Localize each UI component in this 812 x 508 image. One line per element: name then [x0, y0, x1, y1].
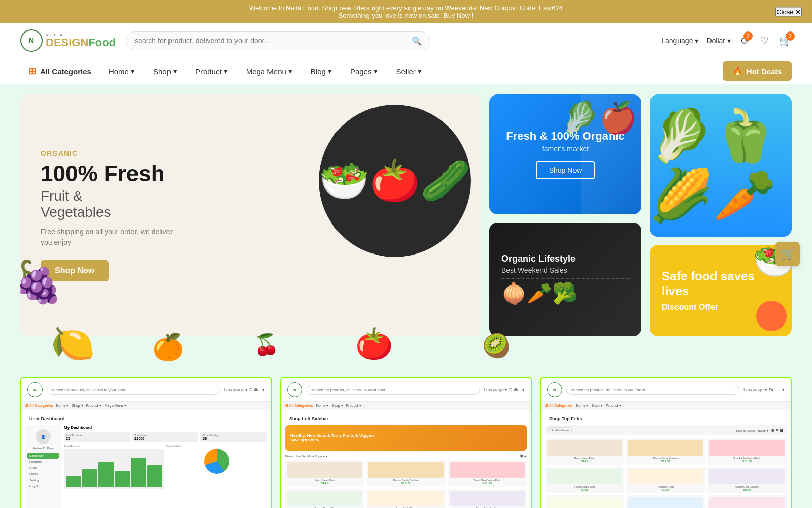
header-actions: Language ▾ Dollar ▾ ⟳ 2 ♡ 🛒 2	[661, 35, 792, 47]
hero-far-right: 🥬🫑🌽🥕 Safe food saves lives Discount Offe…	[650, 94, 792, 336]
preview-header-1: N Language ▾ Dollar ▾	[21, 378, 271, 402]
product-img-3	[450, 462, 525, 478]
preview-card-shop: N Language ▾ Dollar ▾ ⊞ All Categories H…	[280, 377, 532, 508]
preview-sidebar-logout: Log Out	[27, 483, 59, 489]
filter-btn: ▼ Filter Items	[548, 427, 572, 433]
product-price-10: $9.80	[547, 488, 622, 491]
search-input[interactable]	[134, 37, 412, 45]
list-item: SnackAble Combo Pack $11.25	[707, 438, 787, 465]
hero-shop-now-button[interactable]: Shop Now	[41, 260, 109, 281]
preview-home-1: Home ▾	[56, 404, 69, 408]
refresh-badge: 2	[743, 31, 753, 41]
preview-logo-2: N	[287, 382, 302, 397]
product-img-10	[547, 469, 622, 484]
hero-tag: ORGANIC	[41, 149, 461, 157]
preview-home-3: Home ▾	[576, 404, 589, 408]
preview-avatar: 👤	[36, 429, 51, 444]
chevron-down-icon: ▾	[328, 67, 332, 76]
product-img-8	[628, 440, 703, 456]
nav-item-pages[interactable]: Pages ▾	[341, 59, 387, 83]
hot-deals-button[interactable]: 🔥 Hot Deals	[723, 61, 792, 81]
announcement-text: Welcome to Netta Food. Shop new offers r…	[249, 4, 563, 12]
preview-section-label-1: User Dashboard	[25, 414, 267, 423]
preview-username: Joshua D. Bass	[27, 447, 59, 450]
preview-nav-1: ⊞ All Categories Home ▾ Shop ▾ Product ▾…	[21, 402, 271, 410]
product-price-2: $12.32	[368, 482, 444, 485]
dark-card-subtitle: Best Weekend Sales	[501, 266, 629, 274]
list-item: Butter Cookies $12.32	[626, 495, 705, 508]
refresh-button[interactable]: ⟳ 2	[741, 35, 750, 47]
fire-icon: 🔥	[733, 67, 742, 76]
preview-search-3[interactable]	[566, 385, 739, 395]
chevron-down-icon: ▾	[131, 67, 135, 76]
chevron-down-icon: ▾	[224, 67, 228, 76]
preview-sidebar-order: Order	[27, 465, 59, 471]
floating-cart-button[interactable]: 🛒	[775, 242, 800, 266]
preview-chart-bars	[64, 449, 164, 489]
nav-item-home[interactable]: Home ▾	[99, 59, 144, 83]
preview-shop-3: Shop ▾	[591, 404, 602, 408]
preview-content-1: User Dashboard 👤 Joshua D. Bass Dashboar…	[21, 410, 271, 508]
product-img-6	[450, 491, 525, 506]
preview-all-cat-1: ⊞ All Categories	[25, 404, 53, 408]
chevron-down-icon: ▾	[695, 37, 698, 45]
list-item: SnackAble Combo Pack $11.25	[448, 460, 527, 487]
preview-products-3: Fresh Bread Flour $14.6 Peanut Butter Co…	[545, 438, 787, 493]
list-item: Peanut Butter Cookies $12.32	[366, 460, 446, 487]
product-img-14	[628, 497, 703, 508]
list-item: Yummus Chips $9.80	[626, 467, 705, 493]
preview-search-1[interactable]	[47, 385, 220, 395]
hero-title-2: Fruit &Vegetables	[41, 188, 461, 220]
nav-item-shop[interactable]: Shop ▾	[144, 59, 186, 83]
chevron-down-icon: ▾	[727, 37, 731, 45]
language-dropdown[interactable]: Language ▾	[661, 37, 698, 45]
product-img-11	[628, 469, 703, 484]
preview-all-cat-2: ⊞ All Categories	[285, 404, 313, 408]
header: N NETTA DESIGNFood 🔍 Language ▾ Dollar ▾…	[0, 23, 812, 58]
preview-sidebar-products: Products	[27, 459, 59, 465]
preview-charts: Total Revenue Overall Sales	[64, 444, 267, 489]
product-img-13	[547, 497, 622, 508]
logo[interactable]: N NETTA DESIGNFood	[20, 29, 116, 52]
preview-banner-title: Healthy, Nutritious & Tasty Fruits & Veg…	[290, 433, 375, 442]
product-price-8: $12.32	[628, 460, 703, 463]
announcement-subtext: Something you love is now on sale! Buy N…	[339, 12, 474, 19]
preview-shop-banner: Healthy, Nutritious & Tasty Fruits & Veg…	[285, 425, 527, 451]
chart-bar-6	[147, 465, 162, 487]
preview-all-cat-3: ⊞ All Categories	[545, 404, 573, 408]
product-img-7	[547, 440, 622, 456]
preview-filter-row: Filters Sort By: Most Popular ▾ ⊞ ≡	[285, 454, 527, 458]
currency-dropdown[interactable]: Dollar ▾	[706, 37, 731, 45]
blue-veggie-card: 🥬🫑🌽🥕	[650, 94, 792, 237]
hero-title-1: 100% Fresh	[41, 162, 461, 186]
floating-cart-icon: 🛒	[781, 247, 795, 261]
wishlist-button[interactable]: ♡	[760, 35, 769, 47]
preview-search-2[interactable]	[307, 385, 480, 395]
cart-button[interactable]: 🛒 2	[779, 35, 792, 47]
nav-items: Home ▾ Shop ▾ Product ▾ Mega Menu ▾ Blog	[99, 59, 723, 83]
preview-section: N Language ▾ Dollar ▾ ⊞ All Categories H…	[0, 352, 812, 508]
product-price-7: $14.6	[547, 460, 622, 463]
nav-item-blog[interactable]: Blog ▾	[301, 59, 341, 83]
chart-bar-2	[82, 469, 97, 487]
search-bar[interactable]: 🔍	[126, 31, 430, 50]
preview-dashboard: 👤 Joshua D. Bass Dashboard Products Orde…	[25, 425, 267, 508]
preview-logo-3: N	[547, 382, 562, 397]
hero-section: ORGANIC 100% Fresh Fruit &Vegetables Fre…	[0, 84, 812, 352]
announcement-close-button[interactable]: Close ✕	[775, 7, 802, 17]
all-categories[interactable]: ⊞ All Categories	[20, 58, 99, 84]
list-item: Potato Chips 130g $9.80	[285, 489, 364, 508]
hero-description: Free shipping on all your order. we deli…	[41, 227, 183, 248]
preview-stat-3: Order Pending 36	[200, 432, 267, 442]
nav-item-product[interactable]: Product ▾	[186, 59, 237, 83]
preview-shop-2: Shop ▾	[331, 404, 343, 408]
preview-products-3b: Bread Flour $14.6 Butter Cookies $12.32 …	[545, 495, 787, 508]
nav-item-megamenu[interactable]: Mega Menu ▾	[237, 59, 301, 83]
nav-item-seller[interactable]: Seller ▾	[387, 59, 430, 83]
preview-sidebar: 👤 Joshua D. Bass Dashboard Products Orde…	[25, 425, 61, 508]
product-price-12: $8.50	[709, 488, 785, 491]
chevron-down-icon: ▾	[288, 67, 292, 76]
search-icon: 🔍	[412, 36, 422, 46]
preview-nav-2: ⊞ All Categories Home ▾ Shop ▾ Product ▾	[281, 402, 531, 410]
preview-donut-chart: Overall Sales	[166, 444, 267, 489]
